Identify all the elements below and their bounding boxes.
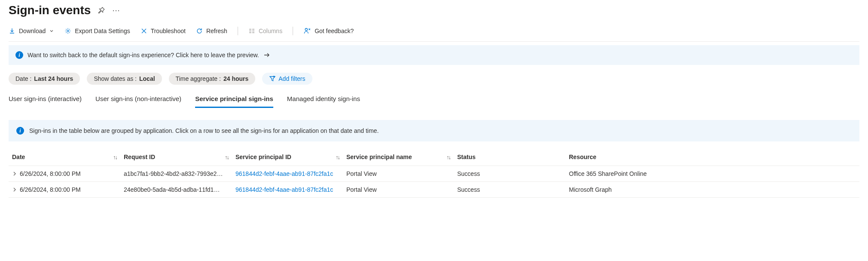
refresh-button[interactable]: Refresh <box>196 28 227 34</box>
filter-bar: Date : Last 24 hours Show dates as : Loc… <box>9 65 859 91</box>
th-spid-label: Service principal ID <box>235 154 291 160</box>
page-header: Sign-in events ⋯ <box>9 0 859 21</box>
filter-date[interactable]: Date : Last 24 hours <box>9 73 80 85</box>
add-filters-button[interactable]: Add filters <box>262 73 312 85</box>
cell-date: 6/26/2024, 8:00:00 PM <box>12 186 124 193</box>
more-icon[interactable]: ⋯ <box>112 6 120 15</box>
preview-banner[interactable]: i Want to switch back to the default sig… <box>9 45 859 65</box>
divider <box>238 27 238 35</box>
cell-sp-name: Portal View <box>346 186 457 193</box>
refresh-label: Refresh <box>206 28 227 34</box>
cell-sp-id[interactable]: 961844d2-febf-4aae-ab91-87fc2fa1c <box>235 170 346 177</box>
grouping-banner-text: Sign-ins in the table below are grouped … <box>29 127 379 134</box>
cell-date-value: 6/26/2024, 8:00:00 PM <box>20 170 81 177</box>
tab-user-interactive[interactable]: User sign-ins (interactive) <box>9 92 82 108</box>
sort-icon[interactable]: ↑↓ <box>113 154 117 160</box>
th-date-label: Date <box>12 154 25 160</box>
table-header: Date ↑↓ Request ID ↑↓ Service principal … <box>9 149 859 166</box>
page-title: Sign-in events <box>9 3 91 17</box>
th-spname-label: Service principal name <box>346 154 412 160</box>
filter-show-dates[interactable]: Show dates as : Local <box>87 73 162 85</box>
chevron-right-icon[interactable] <box>12 187 17 192</box>
toolbar: Download Export Data Settings Troublesho… <box>9 21 859 42</box>
filter-aggregate-value: 24 hours <box>223 75 248 82</box>
signin-table: Date ↑↓ Request ID ↑↓ Service principal … <box>9 149 859 198</box>
refresh-icon <box>196 28 203 34</box>
feedback-button[interactable]: Got feedback? <box>303 27 354 35</box>
cell-status: Success <box>457 170 569 177</box>
columns-icon <box>248 28 255 34</box>
info-icon: i <box>16 127 24 135</box>
download-icon <box>9 28 15 34</box>
troubleshoot-icon <box>141 28 147 34</box>
feedback-label: Got feedback? <box>315 28 354 34</box>
export-settings-button[interactable]: Export Data Settings <box>64 28 130 34</box>
info-icon: i <box>15 51 23 59</box>
divider <box>293 27 293 35</box>
filter-aggregate-label: Time aggregate : <box>176 75 221 82</box>
cell-request-id: 24e80be0-5ada-4b5d-adba-11fd1… <box>124 186 235 193</box>
filter-showdates-label: Show dates as : <box>94 75 137 82</box>
filter-aggregate[interactable]: Time aggregate : 24 hours <box>169 73 256 85</box>
th-sp-id[interactable]: Service principal ID ↑↓ <box>235 154 346 160</box>
th-resource-label: Resource <box>569 154 596 160</box>
chevron-down-icon <box>49 28 54 34</box>
cell-sp-name: Portal View <box>346 170 457 177</box>
columns-button: Columns <box>248 28 282 34</box>
th-date[interactable]: Date ↑↓ <box>12 154 124 160</box>
svg-point-0 <box>67 30 69 32</box>
cell-resource: Office 365 SharePoint Online <box>569 170 856 177</box>
arrow-right-icon <box>263 52 270 58</box>
sort-icon[interactable]: ↑↓ <box>336 154 339 160</box>
download-label: Download <box>19 28 46 34</box>
th-request-id[interactable]: Request ID ↑↓ <box>124 154 235 160</box>
svg-point-1 <box>305 28 307 31</box>
th-reqid-label: Request ID <box>124 154 155 160</box>
filter-showdates-value: Local <box>139 75 155 82</box>
table-row[interactable]: 6/26/2024, 8:00:00 PM a1bc7fa1-9bb2-4bd2… <box>9 166 859 182</box>
columns-label: Columns <box>259 28 282 34</box>
tab-user-noninteractive[interactable]: User sign-ins (non-interactive) <box>95 92 181 108</box>
tabs: User sign-ins (interactive) User sign-in… <box>9 91 859 108</box>
th-sp-name[interactable]: Service principal name ↑↓ <box>346 154 457 160</box>
sort-icon[interactable]: ↑↓ <box>446 154 450 160</box>
download-button[interactable]: Download <box>9 28 54 34</box>
th-status[interactable]: Status <box>457 154 569 160</box>
add-filters-label: Add filters <box>278 75 305 82</box>
export-label: Export Data Settings <box>75 28 130 34</box>
th-resource[interactable]: Resource <box>569 154 856 160</box>
cell-request-id: a1bc7fa1-9bb2-4bd2-a832-7993e2… <box>124 170 235 177</box>
chevron-right-icon[interactable] <box>12 171 17 176</box>
filter-date-label: Date : <box>15 75 31 82</box>
troubleshoot-button[interactable]: Troubleshoot <box>141 28 186 34</box>
cell-resource: Microsoft Graph <box>569 186 856 193</box>
tab-service-principal[interactable]: Service principal sign-ins <box>195 92 273 108</box>
cell-date-value: 6/26/2024, 8:00:00 PM <box>20 186 81 193</box>
table-row[interactable]: 6/26/2024, 8:00:00 PM 24e80be0-5ada-4b5d… <box>9 182 859 198</box>
feedback-icon <box>303 27 311 35</box>
tab-managed-identity[interactable]: Managed identity sign-ins <box>287 92 360 108</box>
th-status-label: Status <box>457 154 476 160</box>
cell-date: 6/26/2024, 8:00:00 PM <box>12 170 124 177</box>
troubleshoot-label: Troubleshoot <box>151 28 186 34</box>
cell-sp-id[interactable]: 961844d2-febf-4aae-ab91-87fc2fa1c <box>235 186 346 193</box>
preview-banner-text: Want to switch back to the default sign-… <box>28 52 259 58</box>
sort-icon[interactable]: ↑↓ <box>225 154 229 160</box>
filter-date-value: Last 24 hours <box>34 75 73 82</box>
cell-status: Success <box>457 186 569 193</box>
add-filter-icon <box>269 75 276 82</box>
grouping-banner: i Sign-ins in the table below are groupe… <box>9 120 859 141</box>
gear-icon <box>64 28 71 34</box>
pin-icon[interactable] <box>98 6 105 14</box>
